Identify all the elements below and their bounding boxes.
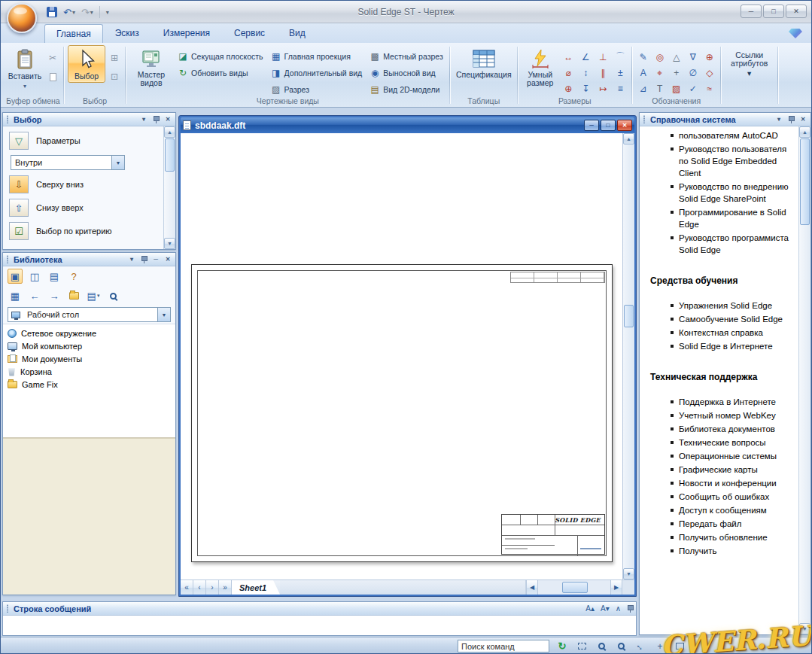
zoom-area-icon[interactable]	[595, 640, 608, 653]
library-item[interactable]: Сетевое окружение	[3, 327, 175, 339]
top-down-button[interactable]: Сверху вниз	[9, 175, 162, 193]
scroll-thumb[interactable]	[562, 582, 588, 593]
bom-table-button[interactable]: Спецификация	[454, 45, 514, 81]
zoom-icon[interactable]	[614, 640, 628, 653]
diameter-dimension-icon[interactable]: ⌀	[561, 65, 576, 80]
panel-grip[interactable]	[6, 115, 10, 123]
fit-view-icon[interactable]	[634, 640, 647, 653]
pin-button[interactable]	[627, 605, 634, 613]
help-link[interactable]: Контекстная справка	[670, 327, 797, 339]
help-link[interactable]: Руководство пользователя по Solid Edge E…	[670, 143, 797, 179]
minimize-button[interactable]	[741, 5, 762, 18]
panel-close-icon[interactable]	[798, 114, 808, 124]
previous-sheet-button[interactable]	[193, 580, 206, 595]
help-panel-scrollbar[interactable]	[798, 126, 810, 634]
help-icon[interactable]	[789, 29, 802, 38]
centerline-icon[interactable]: ∅	[686, 65, 701, 80]
library-home-button[interactable]	[8, 269, 23, 284]
leader-dimension-icon[interactable]: ↧	[578, 81, 594, 96]
help-link[interactable]: Технические вопросы	[670, 437, 797, 449]
scroll-thumb[interactable]	[165, 138, 175, 172]
dropdown-arrow-icon[interactable]	[111, 156, 124, 169]
help-link[interactable]: Поддержка в Интернете	[670, 396, 797, 408]
scroll-thumb[interactable]	[624, 305, 634, 327]
section-view-button[interactable]: ▨ Разрез	[268, 81, 366, 97]
weld-symbol-icon[interactable]: △	[669, 50, 684, 64]
library-location-dropdown[interactable]: Рабочий стол	[8, 307, 171, 322]
dropdown-arrow-icon[interactable]	[157, 308, 170, 321]
view-mode-button[interactable]	[86, 288, 101, 303]
close-button[interactable]	[786, 5, 807, 18]
help-link[interactable]: Получить обновление	[670, 531, 797, 543]
last-sheet-button[interactable]	[219, 580, 232, 595]
maximize-button[interactable]	[763, 5, 784, 18]
panel-grip[interactable]	[643, 115, 646, 123]
help-link[interactable]: пользователям AutoCAD	[670, 129, 797, 141]
help-link[interactable]: Учетный номер WebKey	[670, 409, 797, 421]
library-help-button[interactable]	[66, 269, 81, 284]
cut-button[interactable]	[45, 50, 60, 65]
pin-button[interactable]	[786, 114, 796, 124]
panel-menu-icon[interactable]	[774, 114, 784, 124]
panel-menu-icon[interactable]	[126, 254, 137, 264]
copy-button[interactable]	[45, 69, 60, 84]
pin-button[interactable]	[151, 114, 161, 124]
symbol-icon[interactable]: ✓	[686, 81, 701, 96]
panel-close-icon[interactable]	[163, 114, 173, 124]
help-link[interactable]: Передать файл	[670, 518, 797, 530]
select-mode-dropdown[interactable]: Внутри	[11, 155, 125, 170]
forward-button[interactable]	[47, 288, 62, 303]
ribbon-tab[interactable]: Вид	[277, 23, 318, 43]
search-button[interactable]	[105, 288, 120, 303]
feature-control-frame-icon[interactable]: ⊕	[702, 50, 717, 64]
library-item[interactable]: Мой компьютер	[3, 339, 175, 352]
scroll-up-icon[interactable]	[164, 126, 175, 138]
application-button[interactable]	[7, 3, 37, 33]
ribbon-tab[interactable]: Измерения	[151, 23, 222, 43]
smart-dimension-button[interactable]: Умный размер	[522, 45, 559, 90]
first-sheet-button[interactable]	[181, 580, 193, 595]
library-item[interactable]: Мои документы	[3, 352, 175, 365]
document-vertical-scrollbar[interactable]	[622, 133, 634, 579]
document-maximize-button[interactable]	[601, 120, 616, 131]
scroll-down-icon[interactable]	[164, 238, 175, 249]
tolerance-dimension-icon[interactable]: ±	[613, 65, 628, 80]
help-link[interactable]: Упражнения Solid Edge	[670, 300, 797, 312]
origin-dimension-icon[interactable]: ⊕	[561, 81, 576, 96]
help-link[interactable]: Получить	[670, 545, 797, 557]
scroll-up-icon[interactable]	[623, 133, 634, 144]
library-panel-header[interactable]: Библиотека	[3, 253, 175, 266]
help-link[interactable]: Графические карты	[670, 464, 797, 476]
center-mark-icon[interactable]: +	[669, 65, 684, 80]
sheet-tab-sheet1[interactable]: Sheet1	[232, 580, 280, 595]
font-increase-icon[interactable]	[585, 604, 595, 613]
2d-model-view-button[interactable]: ▤ Вид 2D-модели	[366, 81, 446, 97]
help-link[interactable]: Самообучение Solid Edge	[670, 313, 797, 325]
scroll-thumb[interactable]	[800, 138, 810, 225]
scroll-down-icon[interactable]	[799, 623, 810, 634]
scroll-left-icon[interactable]	[526, 580, 538, 595]
help-link[interactable]: Программирование в Solid Edge	[670, 206, 797, 230]
help-link[interactable]: Библиотека документов	[670, 423, 797, 435]
principal-view-button[interactable]: ▦ Главная проекция	[268, 48, 366, 64]
scroll-down-icon[interactable]	[623, 568, 634, 579]
document-horizontal-scrollbar[interactable]	[526, 580, 622, 595]
edge-symbol-icon[interactable]: ⊿	[636, 81, 651, 96]
select-options-icon[interactable]: ⊡	[107, 69, 122, 84]
auxiliary-view-button[interactable]: ◨ Дополнительный вид	[268, 65, 366, 81]
next-sheet-button[interactable]	[206, 580, 219, 595]
select-panel-header[interactable]: Выбор	[3, 113, 175, 126]
panel-dock-icon[interactable]	[151, 254, 161, 264]
library-shelf-button[interactable]	[47, 269, 62, 284]
cutting-plane-button[interactable]: ◪ Секущая плоскость	[175, 48, 266, 64]
text-icon[interactable]: Т	[652, 81, 668, 96]
ribbon-tab[interactable]: Эскиз	[103, 23, 151, 43]
datum-dimension-icon[interactable]: ↦	[595, 81, 611, 96]
collapse-icon[interactable]	[616, 604, 621, 613]
library-item[interactable]: Корзина	[3, 365, 175, 378]
datum-target-icon[interactable]: ⌖	[652, 65, 668, 80]
command-search-go-icon[interactable]	[555, 640, 569, 653]
help-panel-header[interactable]: Справочная система	[640, 113, 810, 126]
help-link[interactable]: Сообщить об ошибках	[670, 491, 797, 503]
ribbon-tab[interactable]: Сервис	[222, 23, 277, 43]
